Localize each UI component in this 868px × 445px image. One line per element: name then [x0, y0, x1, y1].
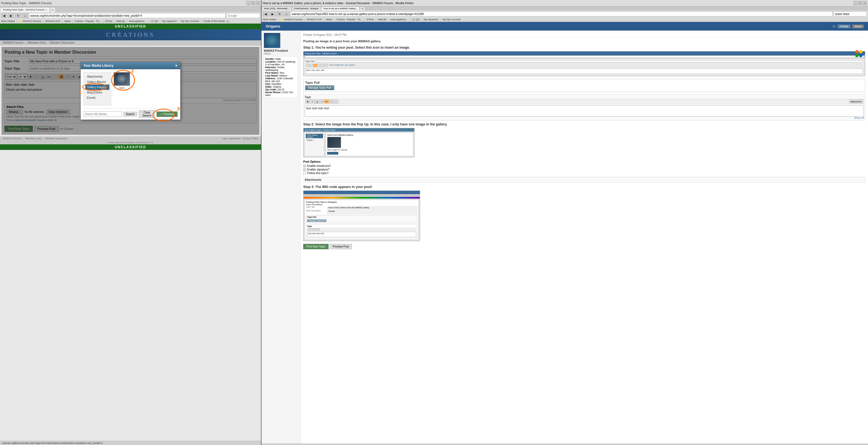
modal-search-input[interactable]	[84, 111, 122, 117]
r-bookmark-etime[interactable]: ETime	[367, 18, 374, 21]
r-bookmark-mydyn[interactable]: My Dyn Account	[442, 18, 460, 21]
bookmark-news[interactable]: News	[65, 20, 71, 23]
bookmark-corals[interactable]: Corals of the World - a...	[203, 20, 230, 23]
software-info: Community Forum Software by IP.Board 3.4…	[0, 141, 261, 144]
bookmark-comics[interactable]: Comics : Popular · Th...	[75, 20, 101, 23]
intro-text: Posting an image in a post from your WAM…	[303, 39, 865, 43]
close-btn[interactable]: ×	[256, 1, 260, 5]
modal-sidebar: Attachments Gallery Albums Gallery Image…	[84, 72, 111, 105]
r-bookmark-apple[interactable]: www.applectu...	[390, 18, 408, 21]
r-bookmark-myaqua[interactable]: My Aquarium	[424, 18, 438, 21]
refresh-btn[interactable]: ↻	[15, 13, 21, 18]
active-tab[interactable]: Posting New Topic - WAMAS Forums ×	[0, 7, 50, 12]
bookmark-myaqua[interactable]: My Aquarium	[162, 20, 177, 23]
sidebar-item-blog-entries[interactable]: Blog Entries	[85, 90, 109, 95]
right-post-new-topic-btn[interactable]: Post New Topic	[303, 244, 329, 249]
address-input[interactable]	[29, 13, 226, 18]
right-back-btn[interactable]: ◀	[262, 11, 269, 17]
r-bookmark-matlab[interactable]: MatLab	[378, 18, 386, 21]
right-tab-howto[interactable]: How to set up a WAMAS Gallery...	[321, 6, 360, 10]
bullet-blue[interactable]	[859, 54, 862, 57]
modal-search-button[interactable]: Search	[123, 112, 137, 117]
share-btn[interactable]: Share	[852, 25, 864, 28]
r-bookmark-acp[interactable]: WAMAS ACP	[307, 18, 322, 21]
right-tab-foto[interactable]: FotoForensics - Analysis	[292, 6, 321, 10]
browser-titlebar: Posting New Topic - WAMAS Forums _ □ ×	[0, 0, 261, 6]
right-close-btn[interactable]: ×	[863, 1, 867, 5]
forward-btn[interactable]: ▶	[8, 13, 14, 18]
minimize-btn[interactable]: _	[247, 1, 250, 5]
r-code-btn[interactable]: <>	[329, 100, 334, 103]
step2-title: Step 2: Select the image from the Pop Up…	[303, 122, 865, 126]
sidebar-item-gallery-albums[interactable]: Gallery Albums	[85, 79, 109, 85]
sidebar-item-attachments[interactable]: Attachments	[85, 74, 109, 79]
sidebar-item-events[interactable]: Events	[85, 95, 109, 100]
right-page-content: Origams IP: Private Share WAMAS Presiden…	[261, 22, 868, 444]
bookmark-lcqs[interactable]: LC QS	[151, 20, 158, 23]
manage-poll-btn[interactable]: Manage Topic Poll	[305, 85, 334, 90]
back-btn[interactable]: ◀	[1, 13, 7, 18]
right-search-input[interactable]	[834, 11, 867, 17]
r-underline-btn[interactable]: U	[315, 100, 319, 103]
right-home-btn[interactable]: ⌂	[283, 11, 289, 17]
signature-checkbox[interactable]	[303, 168, 306, 171]
right-refresh-btn[interactable]: ↻	[277, 11, 283, 17]
user-info-panel: WAMAS President Officer Gender: Male Loc…	[261, 31, 301, 444]
gallery-thumb-apex[interactable]: 2	[114, 72, 130, 86]
right-preview-btn[interactable]: Preview Post	[330, 244, 352, 249]
right-text-area[interactable]: blah blah blah blah	[305, 105, 864, 117]
follow-checkbox[interactable]	[303, 172, 306, 174]
post-timestamp: Posted 19 August 2012 - 09:07 PM	[303, 33, 865, 38]
r-bookmark-news[interactable]: News	[326, 18, 333, 21]
bookmark-matlab[interactable]: MatLab	[116, 20, 125, 23]
r-bookmark-wamas[interactable]: ⭐ WAMAS Forums	[280, 18, 303, 21]
right-tab-inbox[interactable]: Inbox (315) - tthomva@...	[261, 6, 292, 10]
right-new-tab-btn[interactable]: +	[360, 6, 365, 10]
footer-nav: WAMAS Forums → Members Only → Member Dis…	[3, 137, 67, 140]
address-bar-row: ◀ ▶ ↻ ⌂	[0, 12, 261, 19]
topic-poll-title: Topic Poll	[305, 81, 863, 84]
r-bold-btn[interactable]: B	[306, 100, 310, 103]
r-bookmark-comics[interactable]: Comics : Popular · Th...	[336, 18, 363, 21]
right-minimize-btn[interactable]: _	[854, 1, 858, 5]
bookmark-most-visited[interactable]: Most Visited	[1, 20, 15, 23]
bookmark-wamas[interactable]: ⭐ WAMAS Forums	[19, 20, 41, 23]
bookmark-apple[interactable]: www.applectu...	[129, 20, 146, 23]
bookmark-mydyn[interactable]: My Dyn Account	[181, 20, 199, 23]
sidebar-item-gallery-images[interactable]: Gallery Images 1	[85, 85, 109, 90]
bullet-green[interactable]	[855, 54, 859, 57]
post-content-panel: Posted 19 August 2012 - 09:07 PM Posting…	[301, 31, 868, 444]
new-tab-btn[interactable]: +	[50, 7, 56, 12]
r-bookmark-lcqs[interactable]: LC QS	[412, 18, 420, 21]
emoticons-checkbox[interactable]	[303, 165, 306, 167]
state-row: State: Virginia	[265, 85, 297, 88]
breadcrumb-text: WAMAS Forums → Members Only → Member Dis…	[3, 41, 74, 44]
unclassified-banner-top: UNCLASSIFIED	[0, 24, 261, 29]
tab-close-icon[interactable]: ×	[45, 8, 47, 11]
r-smiley-btn[interactable]: ☺	[334, 100, 338, 103]
bullet-orange[interactable]	[855, 50, 859, 54]
step1-screenshot: Posting New Topic - WAMAS Forums Topic T…	[303, 51, 865, 76]
bookmark-etime[interactable]: ETime	[105, 20, 113, 23]
bullet-yellow[interactable]	[859, 50, 862, 54]
search-input[interactable]	[226, 13, 260, 18]
lastname-row: Last Name: Nelson	[265, 74, 297, 77]
show-all-link[interactable]: Show All	[305, 117, 864, 119]
private-btn[interactable]: Private	[838, 25, 850, 28]
right-maximize-btn[interactable]: □	[858, 1, 862, 5]
r-bookmark-most-visited[interactable]: Most Visited	[262, 18, 276, 21]
modal-finished-button[interactable]: ✓ Finished	[157, 112, 178, 117]
modal-close-btn[interactable]: ×	[175, 63, 178, 68]
r-attachments-btn[interactable]: Attachments	[849, 100, 863, 103]
modal-clear-button[interactable]: Clear Search	[139, 110, 155, 118]
r-italic-btn[interactable]: I	[310, 100, 315, 103]
r-img-btn[interactable]: IMG	[324, 100, 329, 103]
r-link-btn[interactable]: 🔗	[320, 100, 324, 103]
bookmark-wamas-acp[interactable]: WAMAS ACP	[45, 20, 60, 23]
right-topic-title-section: Topic B I U 🔗 IMG <> ☺ Attachments	[303, 94, 865, 121]
right-address-input[interactable]	[290, 11, 833, 17]
maximize-btn[interactable]: □	[251, 1, 255, 5]
right-forward-btn[interactable]: ▶	[270, 11, 276, 17]
tab-label: Posting New Topic - WAMAS Forums	[3, 8, 44, 11]
home-btn[interactable]: ⌂	[22, 13, 28, 18]
